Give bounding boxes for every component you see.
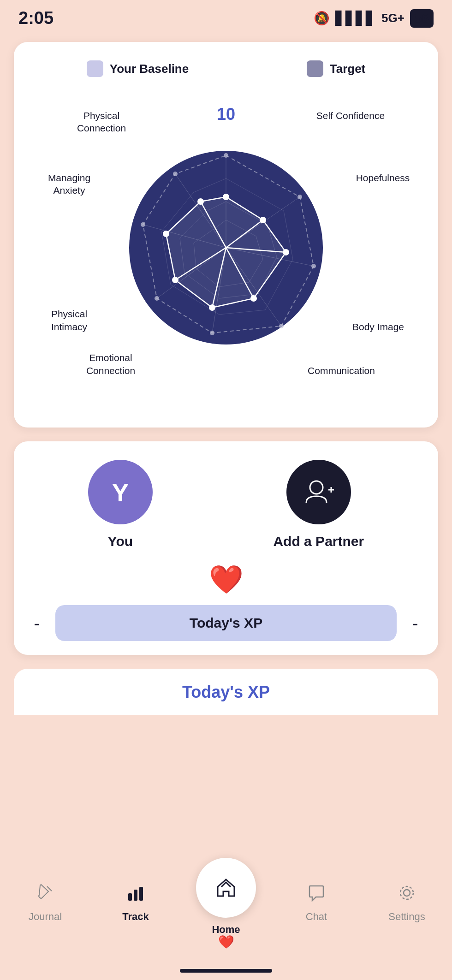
emotional-connection-label: Emotional Connection [65,351,157,377]
svg-point-19 [141,222,145,227]
chat-label: Chat [306,911,327,923]
journal-label: Journal [29,911,62,923]
home-icon [214,876,238,900]
target-legend-box [307,60,323,77]
journal-icon [36,883,55,907]
xp-section: - Today's XP - [28,605,424,641]
heart-icon: ❤️ [209,563,244,596]
communication-label: Communication [295,364,387,377]
svg-point-18 [155,296,159,301]
svg-point-43 [404,890,410,896]
nav-chat[interactable]: Chat [284,883,349,923]
chat-icon [307,883,326,907]
xp-increase-button[interactable]: - [406,613,424,634]
baseline-legend-label: Your Baseline [110,62,189,76]
svg-point-15 [311,264,316,268]
nav-track[interactable]: Track [103,883,168,923]
target-legend-label: Target [330,62,366,76]
you-label: You [108,534,133,549]
you-partner-item[interactable]: Y You [88,460,153,549]
hopefulness-label: Hopefulness [351,172,415,184]
baseline-legend-item: Your Baseline [87,60,189,77]
nav-journal[interactable]: Journal [13,883,77,923]
nav-home[interactable]: Home ❤️ [194,858,258,936]
track-icon [126,883,145,907]
add-partner-label: Add a Partner [273,534,364,549]
nav-settings[interactable]: Settings [375,883,439,923]
settings-icon [397,883,416,907]
you-avatar: Y [88,460,153,524]
main-content: Your Baseline Target Physical Connection… [0,33,452,724]
svg-rect-40 [128,893,132,901]
managing-anxiety-label: Managing Anxiety [37,172,101,197]
radar-chart-container: Physical Connection Self Confidence Hope… [28,91,424,404]
partial-card-text: Today's XP [182,683,270,701]
self-confidence-label: Self Confidence [314,109,387,122]
svg-point-13 [224,153,228,158]
svg-point-17 [210,331,214,335]
svg-point-16 [279,324,284,328]
partial-xp-card: Today's XP [14,669,438,715]
svg-point-14 [297,195,302,199]
bottom-nav: Journal Track Home ❤️ [0,874,452,980]
status-icons: 🔕 ▋▋▋▋ 5G+ 56 [314,9,434,28]
add-partner-avatar [286,460,351,524]
todays-xp-button[interactable]: Today's XP [55,605,397,641]
status-bar: 2:05 🔕 ▋▋▋▋ 5G+ 56 [0,0,452,33]
svg-rect-42 [139,887,143,901]
nav-items: Journal Track Home ❤️ [0,883,452,961]
body-image-label: Body Image [346,321,410,333]
baseline-legend-box [87,60,103,77]
svg-point-22 [223,194,229,200]
settings-label: Settings [388,911,425,923]
svg-point-20 [173,172,178,176]
radar-center-value: 10 [217,105,235,124]
radar-svg [120,142,332,354]
chart-card: Your Baseline Target Physical Connection… [14,42,438,428]
notification-bell-icon: 🔕 [314,11,330,26]
physical-connection-label: Physical Connection [65,109,138,135]
status-time: 2:05 [18,8,54,28]
home-circle [196,858,256,918]
network-type: 5G+ [381,11,404,25]
svg-point-28 [163,231,169,237]
target-legend-item: Target [307,60,366,77]
xp-decrease-button[interactable]: - [28,613,46,634]
home-indicator [180,969,272,973]
you-avatar-letter: Y [112,477,129,507]
add-partner-icon [303,476,335,508]
chart-legend: Your Baseline Target [28,60,424,77]
add-partner-item[interactable]: Add a Partner [273,460,364,549]
physical-intimacy-label: Physical Intimacy [37,308,101,333]
track-label: Track [122,911,149,923]
svg-point-36 [310,481,323,494]
heart-decoration: ❤️ [28,563,424,596]
partners-section: Y You Add a Partner ❤️ [14,441,438,655]
partners-row: Y You Add a Partner [28,460,424,549]
signal-icon: ▋▋▋▋ [335,11,376,26]
svg-rect-41 [134,890,137,901]
svg-point-44 [400,886,413,899]
home-heart-deco: ❤️ [218,934,234,950]
battery-indicator: 56 [410,9,434,28]
